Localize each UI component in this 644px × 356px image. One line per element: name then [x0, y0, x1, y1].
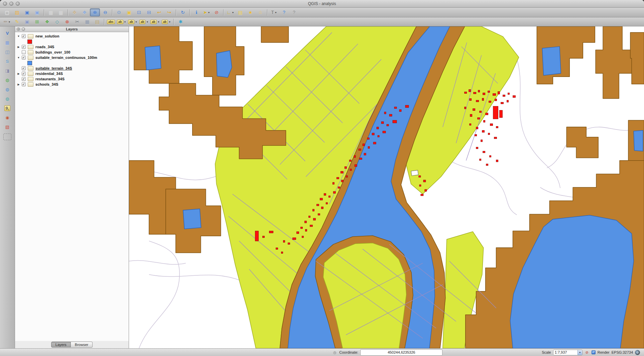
new-bookmark-button[interactable]: ★	[246, 9, 255, 16]
help-contents-button[interactable]: ?	[279, 9, 289, 16]
layer-row-restaurants_34S[interactable]: ✓restaurants_34S	[15, 76, 129, 82]
measure-dropdown-arrow-icon[interactable]: ▼	[232, 11, 234, 14]
layer-label[interactable]: suitable_terrain_34S	[35, 66, 72, 70]
move-feature-button[interactable]: ❖	[42, 18, 52, 25]
crs-status-icon[interactable]: ◍	[635, 350, 640, 355]
delete-selected-button[interactable]: ⊗	[62, 18, 72, 25]
layer-row-new_solution[interactable]: ▼✓new_solution	[15, 33, 129, 39]
add-wfs-layer-button[interactable]: ◍	[3, 95, 12, 103]
empty-slot-button[interactable]	[3, 134, 11, 140]
identify-features-button[interactable]: ℹ	[192, 9, 201, 16]
layer-visibility-checkbox[interactable]: ✓	[22, 56, 26, 60]
layer-color-swatch[interactable]	[27, 61, 32, 65]
new-project-button[interactable]: ▢	[2, 9, 12, 16]
layer-visibility-checkbox[interactable]: ✓	[22, 45, 26, 49]
layer-visibility-checkbox[interactable]: ✓	[22, 82, 26, 86]
add-vector-layer-button[interactable]: V	[3, 29, 12, 37]
layer-label[interactable]: residential_34S	[35, 72, 63, 76]
text-annotation-button[interactable]: T▼	[269, 9, 279, 16]
label-settings-4-button[interactable]: ab▼	[150, 18, 160, 25]
expander-icon[interactable]: ▶	[16, 72, 21, 75]
layer-label[interactable]: new_solution	[35, 34, 59, 38]
toggle-editing-button[interactable]: ✎	[12, 18, 22, 25]
scale-input[interactable]	[553, 350, 577, 355]
save-project-as-button[interactable]: ▣	[32, 9, 42, 16]
layer-label[interactable]: roads_34S	[35, 45, 54, 49]
layer-color-swatch[interactable]	[27, 39, 32, 44]
zoom-last-button[interactable]: ↩	[154, 9, 164, 16]
coordinate-input[interactable]	[360, 349, 442, 356]
add-postgis-layer-button[interactable]: ◫	[3, 48, 12, 56]
add-oracle-layer-button[interactable]: ◉	[3, 113, 12, 121]
label-settings-4-dropdown-arrow-icon[interactable]: ▼	[157, 21, 160, 23]
zoom-next-button[interactable]: ↪	[164, 9, 174, 16]
layer-row-roads_34S[interactable]: ▶✓roads_34S	[15, 44, 129, 50]
layer-label[interactable]: suitable_terrain_continuous_100m	[35, 56, 97, 60]
paste-features-button[interactable]: ▤	[93, 18, 102, 25]
save-layer-edits-button[interactable]: ▣	[22, 18, 32, 25]
current-edits-button[interactable]: ✏▼	[2, 18, 12, 25]
map-canvas[interactable]	[129, 26, 644, 348]
layer-row-suitable_terrain_34S[interactable]: ✓suitable_terrain_34S	[15, 66, 129, 71]
save-project-button[interactable]: ▣	[22, 9, 32, 16]
stop-render-icon[interactable]: ⊘	[585, 350, 590, 355]
layer-row-buildings_over_100[interactable]: buildings_over_100	[15, 50, 129, 55]
layer-visibility-checkbox[interactable]: ✓	[22, 77, 26, 81]
text-annotation-dropdown-arrow-icon[interactable]: ▼	[275, 11, 277, 14]
expander-icon[interactable]: ▼	[16, 35, 21, 38]
labeling-button[interactable]: abc	[106, 18, 116, 25]
layer-visibility-checkbox[interactable]: ✓	[22, 72, 26, 76]
label-settings-1-dropdown-arrow-icon[interactable]: ▼	[124, 21, 126, 23]
mouse-position-icon[interactable]: ◎	[332, 350, 337, 355]
label-settings-3-button[interactable]: ab▼	[139, 18, 149, 25]
render-checkbox[interactable]: ✓	[592, 350, 596, 354]
add-spatialite-layer-button[interactable]: S	[3, 57, 12, 65]
layer-label[interactable]: buildings_over_100	[35, 50, 71, 54]
panel-tab-browser[interactable]: Browser	[71, 342, 93, 348]
expander-icon[interactable]: ▶	[16, 46, 21, 49]
new-print-composer-button[interactable]: ▤	[46, 9, 55, 16]
zoom-to-layer-button[interactable]: ⊟	[144, 9, 154, 16]
layer-label[interactable]: schools_34S	[35, 82, 58, 86]
layer-row-schools_34S[interactable]: ▶✓schools_34S	[15, 82, 129, 87]
label-settings-3-dropdown-arrow-icon[interactable]: ▼	[146, 21, 148, 23]
measure-button[interactable]: ∟▼	[226, 9, 235, 16]
add-delimited-text-layer-button[interactable]: 9,	[3, 104, 12, 112]
open-project-button[interactable]: ▨	[12, 9, 22, 16]
pan-to-selection-button[interactable]: ❖	[80, 9, 89, 16]
map-tips-button[interactable]: ▤	[236, 9, 245, 16]
node-tool-button[interactable]: ◇	[52, 18, 62, 25]
show-bookmarks-button[interactable]: ☆	[256, 9, 265, 16]
layer-row-suitable_terrain_continuous_100m[interactable]: ▼✓suitable_terrain_continuous_100m	[15, 55, 129, 60]
zoom-full-button[interactable]: ▣	[124, 9, 134, 16]
zoom-actual-button[interactable]: ⊙	[114, 9, 124, 16]
add-wcs-layer-button[interactable]: ◍	[3, 85, 12, 93]
whats-this-button[interactable]: ?	[289, 9, 299, 16]
select-features-dropdown-arrow-icon[interactable]: ▼	[208, 11, 210, 14]
refresh-map-button[interactable]: ↻	[178, 9, 187, 16]
layer-visibility-checkbox[interactable]: ✓	[22, 66, 26, 70]
add-mssql-layer-button[interactable]: ◨	[3, 67, 12, 75]
add-raster-layer-button[interactable]: ▦	[3, 38, 12, 47]
layer-visibility-checkbox[interactable]: ✓	[22, 34, 26, 38]
panel-tab-layers[interactable]: Layers	[51, 342, 71, 348]
zoom-out-button[interactable]: ⊖	[101, 9, 110, 16]
copy-features-button[interactable]: ▦	[83, 18, 92, 25]
layer-label[interactable]: restaurants_34S	[35, 77, 65, 81]
layer-visibility-checkbox[interactable]	[22, 50, 26, 54]
add-wms-layer-button[interactable]: ◍	[3, 76, 12, 84]
scale-dropdown-arrow-icon[interactable]: ▼	[577, 350, 582, 355]
deselect-features-button[interactable]: ⊘	[212, 9, 221, 16]
processing-button[interactable]: ✱	[176, 18, 185, 25]
label-settings-2-dropdown-arrow-icon[interactable]: ▼	[135, 21, 137, 23]
add-feature-button[interactable]: ⊞	[32, 18, 42, 25]
new-shapefile-layer-button[interactable]: ▧	[3, 123, 12, 131]
layer-row-residential_34S[interactable]: ▶✓residential_34S	[15, 71, 129, 76]
composer-manager-button[interactable]: ▦	[56, 9, 66, 16]
current-edits-dropdown-arrow-icon[interactable]: ▼	[8, 21, 10, 23]
expander-icon[interactable]: ▶	[16, 83, 21, 86]
cut-features-button[interactable]: ✂	[73, 18, 82, 25]
zoom-to-selection-button[interactable]: ⊡	[134, 9, 144, 16]
expander-icon[interactable]: ▼	[16, 56, 21, 59]
label-settings-2-button[interactable]: ab▼	[127, 18, 138, 25]
